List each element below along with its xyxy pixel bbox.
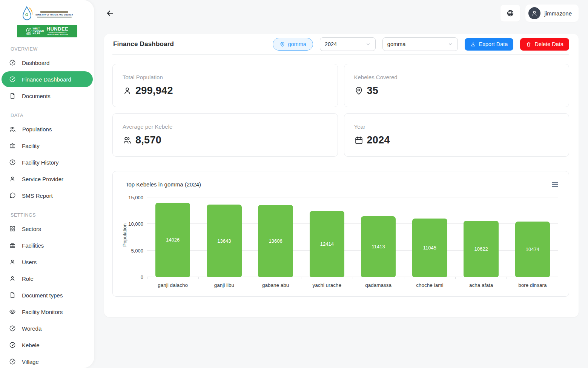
sidebar-item-label: SMS Report — [22, 192, 53, 199]
y-axis-title: Population — [122, 223, 127, 246]
sidebar-item-label: Service Provider — [22, 176, 63, 182]
sidebar-item-facilities[interactable]: Facilities — [2, 237, 93, 253]
main-area: jimmazone Finance Dashboard gomma 2024 — [94, 0, 588, 368]
chart-bar-choche-lami[interactable]: 11045 — [412, 219, 447, 277]
zone-select[interactable]: gomma — [382, 37, 458, 51]
sidebar-item-label: Role — [22, 276, 34, 282]
chevron-down-icon — [448, 42, 453, 47]
sidebar-item-label: Document types — [22, 292, 63, 299]
y-tick-label: 10,000 — [128, 221, 143, 227]
sidebar-item-label: Sectors — [22, 226, 41, 232]
sidebar-item-kebele[interactable]: Kebele — [2, 337, 93, 353]
year-select[interactable]: 2024 — [320, 37, 376, 51]
sidebar-item-sms-report[interactable]: SMS Report — [2, 188, 93, 203]
chart-bar-yachi-urache[interactable]: 12414 — [310, 211, 345, 277]
chart-bar-bore-dinsara[interactable]: 10474 — [515, 222, 550, 277]
trash-icon — [526, 42, 531, 47]
language-button[interactable] — [500, 5, 520, 22]
sidebar-item-populations[interactable]: Populations — [2, 121, 93, 137]
x-category-label: bore dinsara — [507, 282, 558, 288]
back-arrow-button[interactable] — [106, 9, 115, 18]
x-category-label: gabane abu — [250, 282, 301, 288]
sidebar-item-facility-history[interactable]: Facility History — [2, 154, 93, 170]
hundee-logo: HUNDEE OROMO GRASSROOTS DEVELOPMENT INIT… — [47, 26, 69, 36]
sidebar-item-woreda[interactable]: Woreda — [2, 320, 93, 336]
sidebar-nav: OVERVIEWDashboardFinance DashboardDocume… — [2, 46, 93, 368]
sidebar-item-label: Facility History — [22, 159, 59, 166]
sidebar-item-label: Woreda — [22, 325, 41, 332]
logo-block: MINISTRY OF WATER AND ENERGY WHH WELT — [2, 4, 93, 37]
calendar-icon — [354, 135, 364, 145]
sidebar-item-facility-monitors[interactable]: Facility Monitors — [2, 304, 93, 320]
stat-label: Total Population — [123, 74, 328, 80]
delete-data-button[interactable]: Delete Data — [520, 38, 569, 51]
pin-icon — [354, 86, 364, 95]
sidebar-item-dashboard[interactable]: Dashboard — [2, 55, 93, 71]
document-icon — [9, 292, 16, 299]
nav-section-label-overview: OVERVIEW — [11, 46, 84, 52]
chart-menu-icon[interactable] — [552, 182, 558, 187]
chart-bar-ganji-dalacho[interactable]: 14026 — [155, 203, 190, 277]
sidebar-item-label: Kebele — [22, 342, 40, 348]
ministry-logo: MINISTRY OF WATER AND ENERGY — [21, 5, 73, 24]
nav-section-label-data: DATA — [11, 113, 84, 118]
zone-select-value: gomma — [387, 41, 405, 47]
sidebar-item-document-types[interactable]: Document types — [2, 287, 93, 303]
sidebar-item-sectors[interactable]: Sectors — [2, 221, 93, 237]
dashboard-icon — [9, 325, 16, 332]
plot-area: 1402613643136061241411413110451062210474 — [147, 197, 558, 277]
year-select-value: 2024 — [325, 41, 337, 47]
user-menu[interactable]: jimmazone — [525, 5, 579, 22]
finance-dashboard-panel: Finance Dashboard gomma 2024 — [104, 34, 579, 317]
location-chip-label: gomma — [288, 41, 306, 47]
bar-value-label: 12414 — [320, 241, 334, 247]
sidebar-item-label: Village — [22, 359, 39, 365]
bar-value-label: 10622 — [474, 246, 488, 252]
ministry-text: MINISTRY OF WATER AND ENERGY — [35, 11, 73, 18]
ministry-amharic-line — [40, 11, 68, 13]
sidebar-item-documents[interactable]: Documents — [2, 88, 93, 104]
whh-line3: HILFE — [33, 32, 44, 35]
dashboard-icon — [9, 76, 16, 83]
sidebar-item-label: Facilities — [22, 242, 44, 249]
sidebar-item-service-provider[interactable]: Service Provider — [2, 171, 93, 187]
bar-value-label: 13643 — [217, 238, 231, 244]
hundee-sub2: DEVELOPMENT INITIATIVE — [47, 34, 68, 36]
people-icon — [123, 135, 132, 145]
x-category-label: yachi urache — [301, 282, 353, 288]
sidebar-item-village[interactable]: Village — [2, 354, 93, 368]
x-category-label: qadamassa — [353, 282, 404, 288]
stat-value: 8,570 — [135, 134, 161, 146]
chart-bar-qadamassa[interactable]: 11413 — [361, 216, 396, 277]
nav-section-label-settings: SETTINGS — [11, 212, 84, 218]
stat-card-average-per-kebele: Average per Kebele8,570 — [112, 113, 338, 157]
water-drop-logo-icon — [21, 6, 34, 23]
dashboard-icon — [9, 342, 16, 348]
ministry-name: MINISTRY OF WATER AND ENERGY — [35, 14, 73, 16]
x-category-label: acha afata — [456, 282, 507, 288]
sidebar-item-label: Facility Monitors — [22, 309, 63, 315]
bar-value-label: 14026 — [166, 237, 180, 243]
stat-value: 35 — [367, 85, 379, 97]
sidebar-item-finance-dashboard[interactable]: Finance Dashboard — [2, 71, 93, 87]
hundee-name: HUNDEE — [47, 26, 69, 31]
stat-card-kebeles-covered: Kebeles Covered35 — [344, 64, 570, 107]
stat-value: 299,942 — [135, 85, 173, 97]
sidebar-item-label: Finance Dashboard — [22, 76, 71, 83]
export-data-button[interactable]: Export Data — [465, 38, 514, 51]
sidebar-item-role[interactable]: Role — [2, 271, 93, 286]
sidebar-item-users[interactable]: Users — [2, 254, 93, 270]
whh-hundee-banner: WHH WELT HUNGER HILFE HUNDEE OROMO GRASS… — [17, 25, 77, 37]
chart-bar-ganji-ilbu[interactable]: 13643 — [207, 205, 242, 277]
stat-card-total-population: Total Population299,942 — [112, 64, 338, 107]
person-icon — [9, 176, 16, 182]
whh-emblem-icon — [26, 28, 32, 33]
chat-icon — [9, 192, 16, 199]
stats-grid: Total Population299,942Kebeles Covered35… — [112, 64, 569, 157]
location-chip[interactable]: gomma — [273, 38, 313, 51]
page-title: Finance Dashboard — [113, 40, 174, 48]
topbar: jimmazone — [94, 0, 588, 26]
chart-bar-acha-afata[interactable]: 10622 — [464, 221, 499, 277]
sidebar-item-facility[interactable]: Facility — [2, 138, 93, 154]
chart-bar-gabane-abu[interactable]: 13606 — [258, 205, 293, 277]
